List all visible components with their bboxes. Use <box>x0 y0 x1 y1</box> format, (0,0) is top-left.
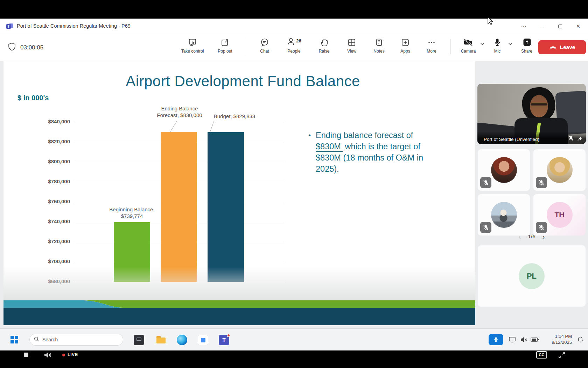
apps-icon <box>401 38 410 47</box>
window-titlebar: T Port of Seattle Commission Regular Mee… <box>0 19 588 34</box>
take-control-icon <box>188 38 197 47</box>
more-button[interactable]: More <box>419 37 444 54</box>
notes-icon <box>374 38 384 47</box>
mic-icon <box>493 38 501 47</box>
window-minimize-button[interactable]: – <box>533 19 551 34</box>
meeting-stage: Airport Development Fund Balance $ in 00… <box>0 61 588 328</box>
mic-options-chevron-icon[interactable] <box>508 40 512 54</box>
shield-icon <box>8 42 16 53</box>
pagination-prev-icon[interactable]: ‹ <box>519 233 521 241</box>
avatar <box>491 202 517 228</box>
taskbar-app-icon[interactable] <box>198 335 208 345</box>
participant-tile[interactable] <box>477 149 530 191</box>
y-axis-tick-label: $700,000 <box>29 258 70 264</box>
y-axis-tick-label: $840,000 <box>29 118 70 124</box>
participant-tile[interactable] <box>477 194 530 236</box>
window-close-button[interactable]: ✕ <box>569 19 587 34</box>
people-icon <box>287 37 295 48</box>
file-explorer-icon[interactable] <box>156 335 166 345</box>
participant-tile[interactable] <box>533 149 586 191</box>
clock-time: 1:14 PM <box>542 333 572 339</box>
teams-app-icon: T <box>6 23 13 30</box>
pagination-label: 1/6 <box>528 233 536 240</box>
toolbar-divider <box>450 39 451 54</box>
start-button[interactable] <box>10 336 18 343</box>
share-button[interactable]: Share <box>515 37 538 54</box>
avatar <box>491 157 517 183</box>
people-count-badge: 26 <box>296 38 301 43</box>
people-button[interactable]: 26 People <box>279 37 309 54</box>
toolbar-divider <box>246 39 246 54</box>
pin-icon[interactable] <box>577 136 582 143</box>
teams-taskbar-icon[interactable]: T <box>219 335 229 345</box>
chart-units-label: $ in 000's <box>18 94 49 102</box>
resize-player-icon[interactable] <box>558 351 566 360</box>
volume-muted-icon[interactable] <box>520 336 528 345</box>
tray-clock[interactable]: 1:14 PM 8/12/2025 <box>542 333 572 345</box>
main-video-tile[interactable]: Port of Seattle (Unverified) <box>477 84 586 144</box>
raise-hand-button[interactable]: Raise <box>311 37 337 54</box>
y-axis-tick-label: $720,000 <box>29 238 70 244</box>
bullet-marker: • <box>308 130 311 175</box>
hang-up-icon <box>549 44 557 50</box>
apps-button[interactable]: Apps <box>394 37 417 54</box>
video-player-bar: LIVE CC <box>0 350 588 368</box>
leave-button[interactable]: Leave <box>538 40 586 54</box>
muted-mic-badge <box>480 222 491 233</box>
meeting-timer: 03:00:05 <box>20 44 43 51</box>
taskbar-app-icon[interactable] <box>134 335 144 345</box>
more-icon <box>427 38 436 47</box>
camera-off-icon <box>463 38 474 47</box>
camera-button[interactable]: Camera <box>457 37 479 54</box>
view-button[interactable]: View <box>339 37 364 54</box>
pop-out-button[interactable]: Pop out <box>211 37 239 54</box>
chat-button[interactable]: Chat <box>252 37 277 54</box>
tray-mic-indicator[interactable] <box>489 334 503 345</box>
chat-icon <box>260 38 269 47</box>
participant-tile[interactable]: PL <box>477 245 586 307</box>
live-indicator-dot <box>62 354 65 356</box>
y-axis-tick-label: $800,000 <box>29 158 70 164</box>
notification-bell-icon[interactable] <box>577 336 584 345</box>
window-more-button[interactable]: ⋯ <box>514 19 533 34</box>
cast-display-icon[interactable] <box>509 336 517 345</box>
participant-name-label: Port of Seattle (Unverified) <box>484 137 565 142</box>
bar-ending-balance-forecast <box>161 132 197 282</box>
avatar-initials: PL <box>519 263 545 289</box>
search-placeholder: Search <box>42 337 58 342</box>
speaker-figure <box>531 103 547 105</box>
battery-icon[interactable] <box>531 336 539 345</box>
maximize-icon <box>558 25 562 28</box>
closed-captions-button[interactable]: CC <box>536 351 547 359</box>
slide-footer-band: 9 <box>4 308 475 325</box>
bar-budget <box>208 132 244 282</box>
windows-taskbar: Search T ^ 1:14 PM 8/12/2025 <box>0 328 588 350</box>
volume-icon[interactable] <box>43 351 52 360</box>
bullet-text: Ending balance forecast of $830M which i… <box>316 130 440 175</box>
clock-date: 8/12/2025 <box>542 339 572 345</box>
take-control-button[interactable]: Take control <box>176 37 209 54</box>
pop-out-icon <box>220 38 230 47</box>
camera-options-chevron-icon[interactable] <box>480 40 484 54</box>
taskbar-search[interactable]: Search <box>29 334 123 346</box>
slide-title: Airport Development Fund Balance <box>4 73 475 90</box>
share-icon <box>522 38 531 47</box>
stop-button[interactable] <box>24 353 28 357</box>
chart-gridline <box>74 122 284 122</box>
notification-badge <box>227 334 230 337</box>
window-maximize-button[interactable] <box>551 19 569 34</box>
video-label-bar: Port of Seattle (Unverified) <box>477 132 586 144</box>
y-axis-tick-label: $780,000 <box>29 178 70 184</box>
participant-tile[interactable]: TH <box>533 194 586 236</box>
search-icon <box>34 336 39 343</box>
y-axis-tick-label: $820,000 <box>29 138 70 144</box>
raise-hand-icon <box>320 38 328 47</box>
underlined-value: $830M <box>316 142 343 152</box>
pagination-next-icon[interactable]: › <box>542 233 545 241</box>
edge-browser-icon[interactable] <box>177 335 187 345</box>
tray-chevron-icon[interactable]: ^ <box>0 329 588 334</box>
mic-off-icon <box>568 136 574 143</box>
notes-button[interactable]: Notes <box>366 37 392 54</box>
view-icon <box>347 38 356 47</box>
mic-button[interactable]: Mic <box>487 37 507 54</box>
